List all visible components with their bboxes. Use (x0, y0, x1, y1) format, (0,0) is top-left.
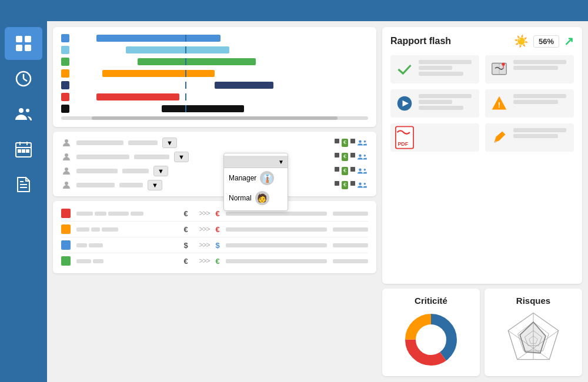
svg-line-6 (24, 79, 27, 81)
rapport-item-warning: ! (485, 89, 574, 118)
people-dropdown-trigger-1[interactable]: ▼ (162, 138, 177, 148)
people-money-btn-2[interactable]: € (342, 153, 348, 161)
rapport-item-map (485, 55, 574, 83)
rapport-item-warning-lines (513, 94, 569, 104)
gantt-color-3 (61, 58, 69, 66)
people-row-2: ▼ € (61, 152, 368, 162)
gantt-vline-7 (185, 105, 186, 112)
gantt-vline-2 (185, 46, 186, 53)
normal-avatar: 🧑 (255, 191, 269, 205)
svg-rect-0 (16, 36, 22, 42)
people-bar-1b (128, 140, 158, 145)
sidebar (0, 21, 47, 382)
people-dropdown-trigger-3[interactable]: ▼ (153, 166, 168, 176)
sidebar-item-clock[interactable] (5, 62, 42, 95)
people-sq8 (350, 181, 355, 186)
people-money-btn-4[interactable]: € (342, 181, 348, 189)
people-sq4 (350, 153, 355, 158)
gantt-color-1 (61, 34, 69, 42)
left-panel: ▼ € ! (53, 27, 376, 376)
document-icon (14, 175, 33, 194)
gantt-bar-5 (215, 82, 273, 89)
people-money-btn-1[interactable]: € (342, 139, 348, 147)
gantt-color-4 (61, 69, 69, 78)
rapport-item-play (390, 89, 479, 118)
gantt-rows (61, 34, 368, 113)
people-sq7 (335, 181, 339, 186)
svg-point-25 (364, 155, 366, 156)
right-panel: Rapport flash ☀️ 56% ↗ (382, 27, 582, 376)
people-money-btn-3[interactable]: € (342, 167, 348, 175)
gantt-color-5 (61, 81, 69, 89)
dropdown-item-manager[interactable]: Manager 👔 (224, 168, 288, 188)
list-color-2 (61, 224, 71, 234)
gantt-bar-container-7 (73, 105, 368, 112)
rapport-item-pencil (485, 123, 574, 152)
svg-point-23 (65, 153, 68, 157)
gantt-bar-7 (162, 105, 245, 112)
list-end-bar-2b (333, 227, 368, 232)
sidebar-item-dashboard[interactable] (5, 27, 42, 60)
svg-rect-15 (26, 150, 29, 152)
svg-point-33 (502, 63, 505, 66)
list-end-bar-3b (333, 243, 368, 247)
svg-point-27 (359, 169, 362, 172)
people-row-1: ▼ € ! (61, 138, 368, 148)
people-bar-4 (76, 183, 115, 187)
list-end-bar-4 (226, 259, 327, 263)
donut-chart (402, 310, 460, 369)
list-end-bar-2 (226, 227, 327, 232)
gantt-card (53, 27, 376, 127)
svg-point-44 (417, 326, 445, 354)
people-actions-4: € (335, 181, 368, 189)
gantt-bar-4 (102, 70, 215, 77)
dropdown-item-manager-label: Manager (229, 174, 256, 182)
list-arrows-3: >>> (199, 241, 209, 249)
dropdown-item-normal-label: Normal (229, 194, 252, 202)
criticite-card: Criticité (382, 289, 480, 376)
bottom-right-row: Criticité (382, 289, 582, 376)
people-bar-3 (76, 169, 118, 173)
svg-point-28 (364, 169, 366, 170)
map-icon (490, 60, 509, 79)
list-row-3: $ >>> $ (61, 237, 368, 253)
radar-chart (501, 310, 566, 369)
svg-text:PDF: PDF (397, 141, 408, 147)
list-color-4 (61, 256, 71, 266)
dropdown-popup: ▼ Manager 👔 Normal 🧑 (223, 153, 288, 211)
rapport-item-pencil-lines (513, 128, 569, 138)
people-row-3: ▼ € (61, 166, 368, 176)
gantt-color-7 (61, 105, 69, 113)
gantt-vline (185, 35, 186, 42)
gantt-scrollbar[interactable] (61, 116, 368, 120)
people-sq6 (350, 167, 355, 172)
people-dropdown-trigger-2[interactable]: ▼ (174, 152, 189, 162)
list-end-bar-3 (226, 243, 327, 247)
list-currency-right-1: € (215, 209, 219, 218)
gantt-vline-5 (185, 82, 186, 89)
gantt-row (61, 93, 368, 101)
gantt-vline-4 (185, 70, 186, 77)
pencil-icon (490, 128, 509, 147)
rapport-header: Rapport flash ☀️ 56% ↗ (390, 34, 574, 48)
calendar-icon (14, 140, 33, 159)
svg-point-24 (359, 155, 362, 158)
people-actions-1: € ! (335, 139, 368, 147)
svg-point-20 (359, 140, 362, 143)
people-dropdown-trigger-4[interactable]: ▼ (148, 180, 162, 190)
rapport-percentage: 56% (533, 35, 559, 48)
risques-title: Risques (516, 296, 550, 306)
person-icon-3 (61, 166, 72, 176)
gantt-bar-6 (96, 93, 179, 100)
sidebar-item-calendar[interactable] (5, 133, 42, 166)
gantt-row (61, 34, 368, 42)
people-sq2 (350, 139, 355, 143)
list-arrows-4: >>> (199, 257, 209, 265)
people-bar-2b (134, 155, 169, 159)
svg-point-7 (19, 108, 24, 113)
manager-avatar: 👔 (260, 171, 274, 185)
sidebar-item-people[interactable] (5, 98, 42, 130)
sidebar-item-document[interactable] (5, 168, 42, 201)
dropdown-item-normal[interactable]: Normal 🧑 (224, 188, 288, 208)
people-bar-3b (122, 169, 149, 173)
